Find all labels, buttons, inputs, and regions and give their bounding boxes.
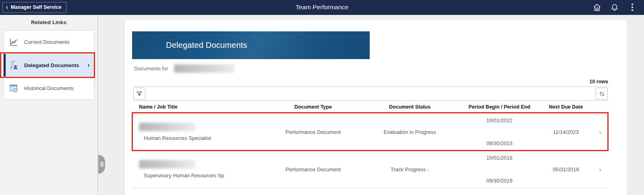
app-header: ‹ Manager Self Service Team Performance: [0, 0, 644, 15]
sidebar-item-delegated-documents[interactable]: Delegated Documents ›: [4, 53, 94, 76]
document-type-cell: Performance Document: [266, 166, 360, 172]
delegated-documents-page: Delegated Documents Documents for 10 row…: [125, 20, 627, 195]
next-due-date-cell: 11/14/2023: [540, 129, 592, 135]
table-row[interactable]: Human Resources Specialist Performance D…: [133, 113, 608, 151]
redacted-name: [139, 123, 195, 131]
documents-for-label: Documents for: [134, 66, 168, 72]
banner-title: Delegated Documents: [132, 41, 247, 50]
chevron-right-icon[interactable]: ›: [592, 129, 608, 135]
sidebar-item-label: Delegated Documents: [24, 62, 79, 68]
related-links-panel: Related Links Current Documents: [0, 15, 98, 195]
period-begin: 10/01/2018: [486, 155, 512, 161]
sidebar-item-label: Current Documents: [24, 39, 70, 45]
chevron-right-icon: ›: [87, 61, 90, 69]
document-status-cell: Track Progress -: [360, 166, 459, 172]
calendar-clock-icon: [8, 83, 19, 93]
panel-resize-handle[interactable]: [98, 155, 105, 174]
page-banner: Delegated Documents: [132, 31, 370, 59]
period-end: 09/30/2019: [486, 178, 512, 184]
sidebar-item-label: Historical Documents: [24, 85, 74, 91]
table-header-row: Name / Job Title Document Type Document …: [133, 101, 608, 113]
redacted-name: [139, 160, 195, 168]
row-count-badge: 10 rows: [589, 79, 608, 84]
line-chart-icon: [8, 37, 19, 47]
filter-button[interactable]: [133, 88, 145, 100]
related-links-list: Current Documents Delegated Docume: [3, 30, 94, 100]
header-actions: [592, 3, 644, 12]
chevron-right-icon[interactable]: ›: [592, 166, 608, 173]
col-header-name-job-title: Name / Job Title: [133, 104, 266, 110]
table-row[interactable]: Supervisory Human Resources Sp Performan…: [133, 151, 608, 188]
grid-toolbar: [133, 86, 608, 101]
name-job-cell: Supervisory Human Resources Sp: [133, 160, 266, 179]
col-header-document-type: Document Type: [266, 104, 360, 110]
back-button-label: Manager Self Service: [11, 4, 62, 10]
col-header-period: Period Begin / Period End: [459, 104, 540, 110]
job-title: Supervisory Human Resources Sp: [139, 172, 266, 179]
sort-button[interactable]: [596, 88, 608, 100]
name-job-cell: Human Resources Specialist: [133, 123, 266, 141]
documents-grid: Name / Job Title Document Type Document …: [133, 86, 608, 188]
period-cell: 10/01/2018 09/30/2019: [459, 155, 540, 184]
sidebar-item-historical-documents[interactable]: Historical Documents: [4, 76, 94, 99]
period-begin: 10/01/2022: [486, 117, 512, 123]
col-header-next-due-date: Next Due Date: [540, 104, 592, 110]
job-title: Human Resources Specialist: [139, 135, 266, 141]
home-icon[interactable]: [592, 3, 601, 12]
period-cell: 10/01/2022 09/30/2023: [459, 117, 540, 146]
back-button[interactable]: ‹ Manager Self Service: [2, 2, 66, 13]
documents-for-line: Documents for: [134, 64, 234, 73]
sidebar-item-current-documents[interactable]: Current Documents: [4, 31, 94, 53]
sort-arrows-icon: [598, 90, 605, 97]
selected-indicator-bar: [4, 54, 6, 76]
document-type-cell: Performance Document: [266, 129, 360, 135]
period-end: 09/30/2023: [486, 140, 512, 146]
more-kebab-icon[interactable]: [628, 3, 637, 12]
back-chevron-icon: ‹: [6, 4, 8, 10]
related-links-heading: Related Links: [0, 19, 97, 25]
notifications-bell-icon[interactable]: [610, 3, 619, 12]
page-title: Team Performance: [0, 4, 644, 11]
delegated-person-icon: [8, 60, 19, 70]
col-header-document-status: Document Status: [360, 104, 459, 110]
next-due-date-cell: 05/31/2019: [540, 166, 592, 172]
redacted-name: [174, 64, 234, 73]
document-status-cell: Evaluation in Progress: [360, 129, 459, 135]
filter-funnel-icon: [136, 90, 143, 97]
